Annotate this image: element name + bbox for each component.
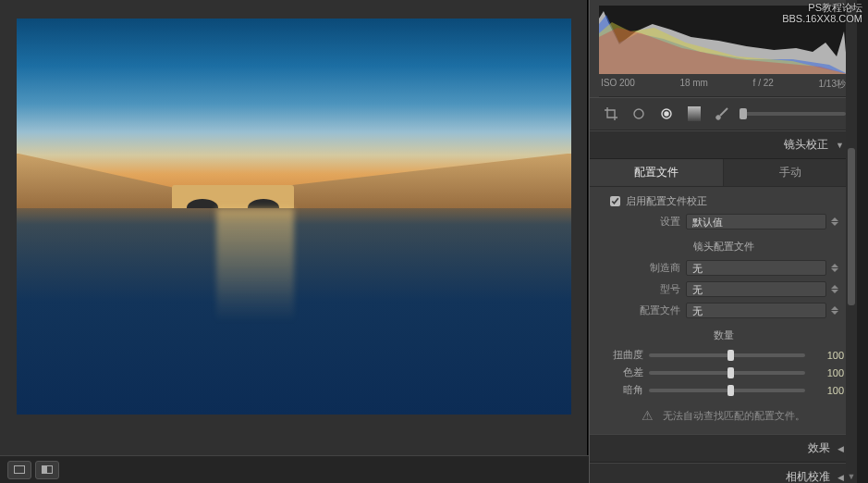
chevron-left-icon: ◀ — [837, 444, 844, 453]
panel-header-camera[interactable]: 相机校准 ◀ — [590, 463, 857, 483]
svg-point-2 — [665, 112, 668, 116]
svg-rect-3 — [688, 106, 701, 121]
model-value[interactable]: 无 — [686, 281, 826, 297]
svg-point-0 — [634, 109, 643, 118]
ca-value: 100 — [813, 367, 844, 378]
warning-icon: ⚠ — [642, 408, 654, 423]
chevron-down-icon: ▼ — [836, 141, 844, 150]
spot-icon[interactable] — [629, 104, 649, 124]
sidebar-scrollbar[interactable]: ▲ ▼ — [846, 0, 857, 483]
setup-value[interactable]: 默认值 — [686, 214, 826, 229]
panel-title: 相机校准 — [786, 469, 830, 483]
vignette-value: 100 — [813, 385, 844, 396]
distortion-slider[interactable] — [649, 353, 805, 357]
develop-sidebar: ISO 200 18 mm f / 22 1/13秒 镜头校正 ▼ 配置文件 — [589, 0, 857, 483]
setup-stepper[interactable] — [828, 214, 840, 229]
ca-label: 色差 — [603, 365, 643, 379]
ca-slider[interactable] — [649, 371, 805, 375]
enable-profile-label: 启用配置文件校正 — [626, 194, 707, 208]
view-single-button[interactable] — [7, 461, 31, 479]
model-stepper[interactable] — [828, 281, 840, 297]
watermark: PS教程论坛 BBS.16XX8.COM — [782, 2, 862, 24]
scroll-thumb[interactable] — [848, 148, 855, 305]
warning-text: 无法自动查找匹配的配置文件。 — [663, 409, 805, 423]
meta-aperture: f / 22 — [753, 78, 774, 91]
profile-value[interactable]: 无 — [686, 303, 826, 318]
meta-iso: ISO 200 — [601, 78, 635, 91]
section-lens-profile: 镜头配置文件 — [590, 232, 857, 257]
distortion-value: 100 — [813, 350, 844, 361]
photo-preview[interactable] — [17, 19, 571, 415]
profile-label: 配置文件 — [625, 303, 680, 317]
vignette-label: 暗角 — [603, 383, 643, 397]
meta-focal: 18 mm — [679, 78, 708, 91]
panel-header-effects[interactable]: 效果 ◀ — [590, 434, 857, 463]
lens-tabs: 配置文件 手动 — [590, 159, 857, 187]
view-compare-button[interactable] — [35, 461, 59, 479]
model-label: 型号 — [625, 282, 680, 296]
preview-area — [0, 0, 588, 455]
profile-stepper[interactable] — [828, 303, 840, 318]
grad-icon[interactable] — [684, 104, 704, 124]
section-amount: 数量 — [590, 321, 857, 346]
chevron-left-icon: ◀ — [837, 473, 844, 482]
distortion-label: 扭曲度 — [603, 348, 643, 362]
brush-icon[interactable] — [712, 104, 732, 124]
panel-title: 效果 — [808, 440, 830, 456]
panel-title: 镜头校正 — [784, 137, 828, 153]
vignette-slider[interactable] — [649, 389, 805, 392]
redeye-icon[interactable] — [656, 104, 677, 124]
meta-shutter: 1/13秒 — [819, 78, 846, 91]
lens-corrections-panel: 配置文件 手动 启用配置文件校正 设置 默认值 镜头配置文件 制造商 无 型号 … — [590, 159, 857, 434]
maker-stepper[interactable] — [828, 260, 840, 276]
tool-size-slider[interactable] — [740, 112, 846, 116]
setup-label: 设置 — [625, 215, 680, 229]
panel-header-lens[interactable]: 镜头校正 ▼ — [590, 130, 857, 159]
enable-profile-checkbox[interactable] — [610, 196, 620, 206]
tab-profile[interactable]: 配置文件 — [590, 159, 724, 186]
maker-label: 制造商 — [625, 261, 680, 275]
scroll-down-icon[interactable]: ▼ — [846, 470, 857, 483]
tab-manual[interactable]: 手动 — [724, 159, 857, 186]
tool-strip — [590, 97, 857, 130]
svg-point-4 — [716, 116, 721, 120]
crop-icon[interactable] — [601, 104, 621, 124]
preview-footer — [0, 455, 589, 483]
maker-value[interactable]: 无 — [686, 260, 826, 276]
